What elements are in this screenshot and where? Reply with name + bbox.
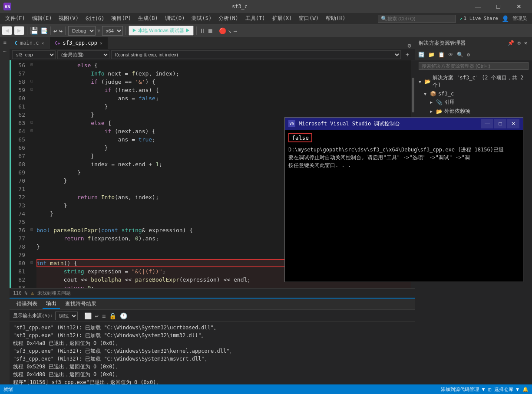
output-lock-icon[interactable]: 🔒 (108, 312, 118, 319)
manage-button[interactable]: 管理员 (509, 14, 530, 23)
run-local-button[interactable]: ▶ 本地 Windows 调试器 ▶ (129, 26, 194, 36)
project-sf3c[interactable]: ▼ 📦 sf3_c (415, 90, 532, 98)
account-icon: 👤 (502, 15, 509, 22)
toolbar-separator-3 (65, 26, 66, 35)
solution-root-label: 解决方案 'sf3_c' (2 个项目，共 2 个) (433, 74, 529, 89)
tabs-bar: C main.c ✕ C+ sf3_cpp.cpp ✕ ⚙ (10, 37, 415, 49)
console-minimize-button[interactable]: — (481, 119, 493, 128)
output-search-icon[interactable]: ≡ (101, 312, 107, 319)
arch-select[interactable]: x64 (102, 26, 123, 36)
console-close-button[interactable]: ✕ (507, 119, 519, 128)
menu-project[interactable]: 项目(P) (108, 14, 135, 23)
collapse-76[interactable]: ⊟ (29, 225, 35, 233)
tab-sf3-cpp-close[interactable]: ✕ (100, 41, 102, 46)
menu-tools[interactable]: 工具(T) (242, 14, 269, 23)
window-title: sf3_c (232, 3, 248, 10)
search-input[interactable] (387, 16, 453, 21)
tab-output[interactable]: 输出 (43, 299, 60, 309)
output-clear-icon[interactable]: ⬜ (83, 312, 93, 319)
tree-ext-icon: 📂 (436, 108, 443, 115)
menu-debug[interactable]: 调试(D) (162, 14, 188, 23)
tree-ref-icon: 📎 (436, 99, 443, 105)
menu-analyze[interactable]: 分析(N) (215, 14, 242, 23)
tab-main-c-close[interactable]: ✕ (41, 41, 44, 46)
solution-search-input[interactable] (419, 62, 529, 70)
close-button[interactable]: ✕ (509, 0, 529, 13)
output-content[interactable]: "sf3_cpp.exe" (Win32): 已加载 "C:\Windows\S… (10, 322, 415, 384)
settings-icon[interactable]: ⚙ (404, 42, 415, 49)
props-icon[interactable]: 📋 (437, 52, 446, 58)
output-clock-icon[interactable]: 🕐 (119, 312, 129, 319)
undo-icon: ↩ (53, 27, 57, 34)
editor-toolbar: sf3_cpp (全局范围) f(const string & exp, int… (10, 49, 415, 60)
maximize-button[interactable]: □ (489, 0, 508, 13)
tab-main-c[interactable]: C main.c ✕ (10, 37, 50, 49)
output-wrap-icon[interactable]: ↩ (94, 312, 100, 319)
menu-extend[interactable]: 扩展(X) (269, 14, 296, 23)
tab-find-results[interactable]: 查找符号结果 (62, 299, 100, 309)
output-line-5: "sf3_cpp.exe" (Win32): 已加载 "C:\Windows\S… (13, 355, 411, 363)
menu-view[interactable]: 视图(V) (55, 14, 82, 23)
collapse-64[interactable]: ⊟ (29, 126, 35, 135)
redo-icon: ↪ (59, 27, 62, 34)
panel-close-icon[interactable]: ✕ (523, 40, 529, 46)
code-line-56: else { (36, 61, 411, 69)
panel-pin-icon[interactable]: 📌 (506, 40, 515, 46)
collapse-59[interactable]: ⊟ (29, 85, 35, 93)
debug-mode-select[interactable]: Debug (68, 26, 96, 36)
tab-sf3-cpp-icon: C+ (55, 41, 60, 46)
editor-status-bar: 110 % ⚠ 未找到相关问题 (10, 288, 415, 298)
minimize-button[interactable]: — (468, 0, 488, 13)
menu-window[interactable]: 窗口(W) (295, 14, 322, 23)
scope-select[interactable]: (全局范围) (57, 50, 109, 59)
tab-sf3-cpp[interactable]: C+ sf3_cpp.cpp ✕ (50, 37, 108, 49)
filter-icon[interactable]: 🔍 (456, 52, 465, 58)
solution-settings-icon[interactable]: ⚙ (466, 52, 471, 58)
collapse-56[interactable]: ⊟ (29, 60, 35, 69)
forward-button[interactable]: ▶ (14, 26, 24, 35)
back-button[interactable]: ◀ (2, 26, 12, 35)
solution-root-icon: 📂 (424, 79, 431, 85)
console-content[interactable]: false D:\mysetup\gopath\src\dsv\sf3_c\x6… (285, 130, 523, 282)
tree-ext-label: 外部依赖项 (444, 108, 470, 115)
add-file-icon[interactable]: ＋ (403, 51, 412, 59)
collapse-80[interactable]: ⊟ (29, 258, 35, 266)
output-line-2: "sf3_cpp.exe" (Win32): 已加载 "C:\Windows\S… (13, 332, 411, 339)
menu-file[interactable]: 文件(F) (2, 14, 29, 23)
add-to-source-button[interactable]: 添加到源代码管理 ▼ (441, 386, 485, 393)
code-line-59: if (!next.ans) { (36, 86, 411, 94)
notification-icon[interactable]: 🔔 (522, 387, 529, 392)
console-maximize-button[interactable]: □ (494, 119, 506, 128)
collapse-63[interactable]: ⊟ (29, 118, 35, 126)
solution-root[interactable]: ▼ 📂 解决方案 'sf3_c' (2 个项目，共 2 个) (415, 73, 532, 90)
live-share-button[interactable]: ↗ 1 Live Share (456, 15, 502, 22)
menu-build[interactable]: 生成(B) (135, 14, 162, 23)
output-icons: ⬜ ↩ ≡ 🔒 🕐 (83, 312, 129, 319)
tab-error-list[interactable]: 错误列表 (13, 299, 41, 309)
menu-git[interactable]: Git(G) (82, 15, 108, 23)
preview-icon[interactable]: 👁 (447, 52, 455, 58)
search-box[interactable]: 🔍 (378, 15, 456, 23)
menu-test[interactable]: 测试(S) (188, 14, 215, 23)
sync-icon[interactable]: 🔄 (417, 52, 426, 58)
tree-references[interactable]: ▶ 📎 引用 (415, 98, 532, 107)
select-repo-button[interactable]: ◫ 选择仓库 ▼ (489, 386, 519, 393)
console-false-output: false (288, 133, 312, 142)
code-line-61: } (36, 102, 411, 111)
title-bar: VS sf3_c — □ ✕ (0, 0, 532, 13)
menu-help[interactable]: 帮助(H) (322, 14, 349, 23)
output-line-7: 线程 0x4d80 已退出，返回值为 0 (0x0)。 (13, 371, 411, 378)
file-select[interactable]: sf3_cpp (12, 50, 56, 59)
function-select[interactable]: f(const string & exp, int index) (111, 50, 401, 59)
collapse-58[interactable]: ⊟ (29, 77, 35, 85)
menu-edit[interactable]: 编辑(E) (29, 14, 56, 23)
code-line-58: if (judge == '&') { (36, 78, 411, 86)
console-window-controls[interactable]: — □ ✕ (481, 119, 519, 128)
panel-settings-icon[interactable]: ⚙ (516, 40, 522, 46)
code-line-60: ans = false; (36, 94, 411, 102)
scrollbar-thumb[interactable] (412, 78, 414, 112)
tree-external-deps[interactable]: ▶ 📂 外部依赖项 (415, 107, 532, 116)
output-source-select[interactable]: 调试 (55, 312, 78, 320)
window-controls[interactable]: — □ ✕ (468, 0, 529, 13)
show-files-icon[interactable]: 📁 (427, 52, 436, 58)
